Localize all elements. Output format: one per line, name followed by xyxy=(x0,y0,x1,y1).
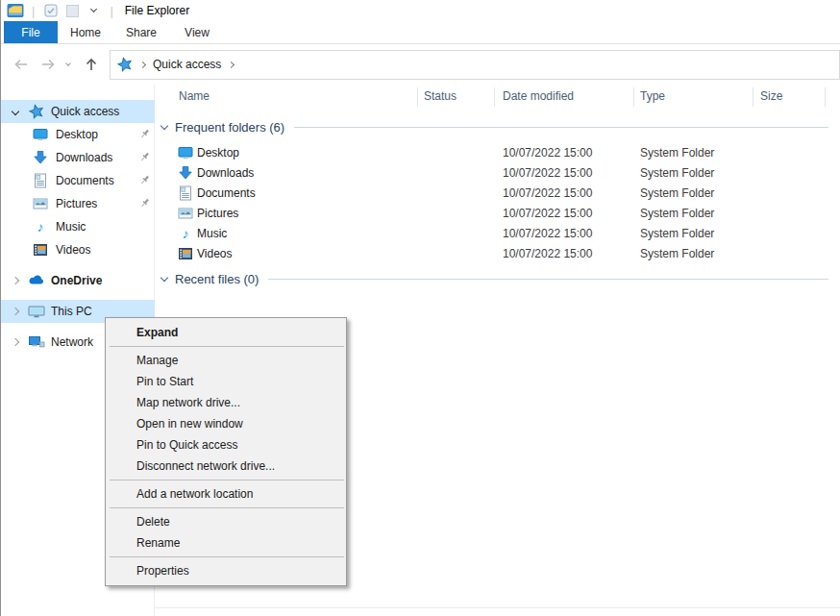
file-row-documents[interactable]: Documents 10/07/2022 15:00 System Folder xyxy=(155,183,823,203)
sidebar-item-label: Music xyxy=(56,220,86,234)
file-type: System Folder xyxy=(640,247,714,260)
sidebar-item-desktop[interactable]: Desktop xyxy=(1,123,155,146)
menu-item-add-a-network-location[interactable]: Add a network location xyxy=(106,483,346,505)
column-divider[interactable] xyxy=(825,87,826,107)
tab-file[interactable]: File xyxy=(4,21,58,43)
sidebar-item-documents[interactable]: Documents xyxy=(1,169,155,192)
menu-item-pin-to-quick-access[interactable]: Pin to Quick access xyxy=(106,434,346,456)
file-row-pictures[interactable]: Pictures 10/07/2022 15:00 System Folder xyxy=(155,203,823,223)
sidebar-item-pictures[interactable]: Pictures xyxy=(1,192,155,215)
file-date-modified: 10/07/2022 15:00 xyxy=(503,186,592,200)
menu-item-pin-to-start[interactable]: Pin to Start xyxy=(106,371,346,392)
group-rule xyxy=(294,127,828,128)
column-header-size[interactable]: Size xyxy=(760,89,782,103)
sidebar-item-music[interactable]: ♪ Music xyxy=(1,215,155,238)
file-name: Videos xyxy=(197,247,232,260)
file-type: System Folder xyxy=(640,146,714,160)
file-row-downloads[interactable]: Downloads 10/07/2022 15:00 System Folder xyxy=(155,162,823,183)
title-bar: | | File Explorer xyxy=(1,0,840,21)
qat-new-folder-button[interactable] xyxy=(63,2,81,19)
column-divider[interactable] xyxy=(633,87,634,107)
breadcrumb-chevron-icon[interactable] xyxy=(228,61,235,67)
menu-separator xyxy=(110,507,344,508)
quick-access-star-icon xyxy=(29,104,44,119)
expand-collapse-toggle[interactable] xyxy=(10,278,21,283)
column-divider[interactable] xyxy=(753,87,754,107)
menu-item-delete[interactable]: Delete xyxy=(106,511,346,532)
sidebar-item-quick-access[interactable]: Quick access xyxy=(1,100,155,123)
file-name: Desktop xyxy=(197,146,239,160)
file-date-modified: 10/07/2022 15:00 xyxy=(503,207,592,220)
expand-collapse-toggle[interactable] xyxy=(10,109,21,114)
menu-item-open-in-new-window[interactable]: Open in new window xyxy=(106,413,346,434)
menu-item-disconnect-network-drive[interactable]: Disconnect network drive... xyxy=(106,456,346,477)
sidebar-item-label: OneDrive xyxy=(51,274,102,287)
column-header-date-modified[interactable]: Date modified xyxy=(503,89,574,103)
chevron-down-icon xyxy=(161,122,168,130)
desktop-icon xyxy=(33,127,48,142)
tab-share[interactable]: Share xyxy=(113,21,169,43)
qat-properties-button[interactable] xyxy=(42,2,60,19)
sidebar-item-label: Pictures xyxy=(56,197,97,210)
file-explorer-window: | | File Explorer File Home Share View Q… xyxy=(0,0,840,616)
column-header-name[interactable]: Name xyxy=(179,89,210,103)
menu-separator xyxy=(110,480,344,480)
file-date-modified: 10/07/2022 15:00 xyxy=(503,227,592,240)
sidebar-item-onedrive[interactable]: OneDrive xyxy=(1,269,155,292)
expand-collapse-toggle[interactable] xyxy=(10,308,21,314)
column-divider[interactable] xyxy=(494,87,495,107)
quick-access-star-icon xyxy=(117,57,133,72)
file-row-videos[interactable]: Videos 10/07/2022 15:00 System Folder xyxy=(155,243,823,263)
pin-icon[interactable] xyxy=(138,151,151,163)
music-icon: ♪ xyxy=(183,227,189,240)
file-name: Downloads xyxy=(197,166,254,180)
tab-home[interactable]: Home xyxy=(58,21,113,43)
menu-item-properties[interactable]: Properties xyxy=(106,560,346,581)
group-label: Frequent folders (6) xyxy=(175,120,284,135)
column-divider[interactable] xyxy=(417,87,418,107)
menu-item-rename[interactable]: Rename xyxy=(106,532,346,554)
documents-icon xyxy=(33,173,48,188)
music-icon: ♪ xyxy=(37,220,44,234)
recent-locations-button[interactable] xyxy=(61,51,76,78)
chevron-down-icon xyxy=(65,61,71,66)
group-label: Recent files (0) xyxy=(175,272,259,286)
column-header-type[interactable]: Type xyxy=(640,89,665,103)
menu-item-expand[interactable]: Expand xyxy=(106,322,346,343)
pin-icon[interactable] xyxy=(138,174,151,186)
menu-item-map-network-drive[interactable]: Map network drive... xyxy=(106,392,346,413)
tab-view[interactable]: View xyxy=(169,21,225,43)
sidebar-item-downloads[interactable]: Downloads xyxy=(1,146,155,169)
sidebar-item-videos[interactable]: Videos xyxy=(1,238,155,261)
group-rule xyxy=(268,279,828,280)
breadcrumb-chevron-icon[interactable] xyxy=(139,61,146,67)
forward-button[interactable] xyxy=(36,51,61,78)
sidebar-item-label: This PC xyxy=(51,305,92,318)
menu-item-manage[interactable]: Manage xyxy=(106,350,346,371)
address-bar[interactable]: Quick access xyxy=(110,50,840,80)
expand-collapse-toggle[interactable] xyxy=(10,339,21,345)
sidebar-item-label: Quick access xyxy=(51,105,119,118)
sidebar-item-label: Videos xyxy=(56,243,90,257)
videos-icon xyxy=(178,246,193,261)
chevron-right-icon xyxy=(12,308,19,315)
chevron-right-icon xyxy=(12,338,19,346)
navigation-bar: Quick access xyxy=(1,44,840,85)
group-header-frequent-folders[interactable]: Frequent folders (6) xyxy=(160,117,828,136)
pin-icon[interactable] xyxy=(138,128,151,140)
onedrive-icon xyxy=(28,273,45,288)
pin-icon[interactable] xyxy=(138,197,151,209)
up-button[interactable] xyxy=(78,51,105,78)
group-header-recent-files[interactable]: Recent files (0) xyxy=(160,269,828,288)
file-row-desktop[interactable]: Desktop 10/07/2022 15:00 System Folder xyxy=(155,142,823,162)
file-row-music[interactable]: ♪ Music 10/07/2022 15:00 System Folder xyxy=(155,223,823,243)
file-type: System Folder xyxy=(640,227,714,240)
chevron-down-icon xyxy=(161,274,168,282)
breadcrumb-quick-access[interactable]: Quick access xyxy=(153,58,221,71)
chevron-down-icon xyxy=(90,6,97,12)
qat-customize-button[interactable] xyxy=(85,2,102,19)
context-menu-this-pc: Expand Manage Pin to Start Map network d… xyxy=(105,317,347,586)
column-header-status[interactable]: Status xyxy=(424,89,457,103)
file-type: System Folder xyxy=(640,166,714,180)
back-button[interactable] xyxy=(7,51,36,78)
